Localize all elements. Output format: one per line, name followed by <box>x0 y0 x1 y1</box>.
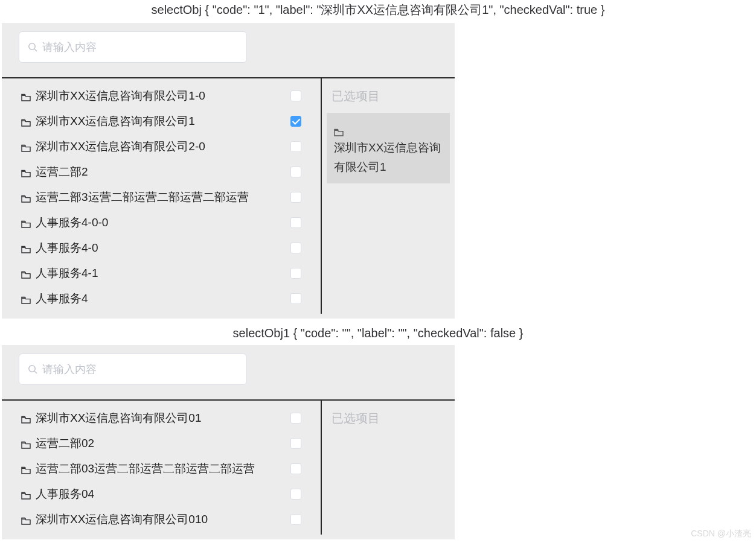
folder-icon <box>21 490 31 498</box>
selected-panel: 已选项目 <box>322 401 455 535</box>
checkbox[interactable] <box>290 413 301 424</box>
folder-icon <box>21 515 31 524</box>
search-icon <box>28 364 37 374</box>
folder-icon <box>21 465 31 473</box>
svg-point-2 <box>29 366 35 372</box>
folder-icon <box>21 117 31 125</box>
tree-item[interactable]: 人事服务4-1 <box>2 261 321 286</box>
tree-item[interactable]: 人事服务4-0-0 <box>2 210 321 235</box>
tree-item[interactable]: 深圳市XX运信息咨询有限公司1-0 <box>2 83 321 109</box>
tree-item-label: 运营二部3运营二部运营二部运营二部运营 <box>36 189 286 205</box>
tree-item-label: 人事服务4-0 <box>36 240 286 256</box>
tree-item-label: 人事服务4-0-0 <box>36 215 286 230</box>
tree-item-label: 运营二部02 <box>36 436 286 451</box>
checkbox[interactable] <box>290 141 301 152</box>
selected-tag[interactable]: 深圳市XX运信息咨询有限公司1 <box>327 113 450 183</box>
select-panel-1: 深圳市XX运信息咨询有限公司1-0深圳市XX运信息咨询有限公司1深圳市XX运信息… <box>2 23 455 319</box>
folder-icon <box>21 294 31 303</box>
selected-header: 已选项目 <box>322 407 455 435</box>
tree-item-label: 深圳市XX运信息咨询有限公司2-0 <box>36 139 286 154</box>
tree-list: 深圳市XX运信息咨询有限公司1-0深圳市XX运信息咨询有限公司1深圳市XX运信息… <box>2 78 322 314</box>
checkbox[interactable] <box>290 438 301 449</box>
selected-header: 已选项目 <box>322 84 455 113</box>
checkbox[interactable] <box>290 489 301 500</box>
checkbox[interactable] <box>290 514 301 525</box>
folder-icon <box>21 218 31 227</box>
folder-icon <box>21 244 31 252</box>
search-input[interactable] <box>42 41 238 54</box>
checkbox[interactable] <box>290 167 301 177</box>
debug-output-2: selectObj1 { "code": "", "label": "", "c… <box>0 325 756 344</box>
select-panel-2: 深圳市XX运信息咨询有限公司01运营二部02运营二部03运营二部运营二部运营二部… <box>2 345 455 539</box>
tree-item-label: 运营二部03运营二部运营二部运营二部运营 <box>36 461 286 477</box>
folder-icon <box>21 414 31 422</box>
checkbox[interactable] <box>290 116 301 127</box>
tree-item[interactable]: 深圳市XX运信息咨询有限公司010 <box>2 507 321 532</box>
tree-item-label: 深圳市XX运信息咨询有限公司1-0 <box>36 88 286 104</box>
checkbox[interactable] <box>290 463 301 474</box>
tree-item[interactable]: 深圳市XX运信息咨询有限公司2-0 <box>2 134 321 159</box>
tree-item[interactable]: 人事服务04 <box>2 481 321 507</box>
folder-icon <box>21 193 31 202</box>
checkbox[interactable] <box>290 293 301 304</box>
tree-item-label: 深圳市XX运信息咨询有限公司010 <box>36 512 286 527</box>
folder-icon <box>21 269 31 278</box>
checkbox[interactable] <box>290 91 301 101</box>
tree-item[interactable]: 运营二部02 <box>2 431 321 456</box>
search-input[interactable] <box>42 363 238 376</box>
watermark: CSDN @小渣亮 <box>691 529 751 539</box>
search-icon <box>28 42 37 52</box>
tree-item[interactable]: 人事服务4 <box>2 286 321 311</box>
tree-item[interactable]: 深圳市XX运信息咨询有限公司01 <box>2 405 321 431</box>
selected-panel: 已选项目 深圳市XX运信息咨询有限公司1 <box>322 78 455 314</box>
checkbox[interactable] <box>290 217 301 228</box>
folder-icon <box>21 92 31 100</box>
search-input-wrap[interactable] <box>19 31 247 63</box>
tree-item-label: 运营二部2 <box>36 164 286 180</box>
checkbox[interactable] <box>290 192 301 203</box>
debug-output-1: selectObj { "code": "1", "label": "深圳市XX… <box>0 0 756 22</box>
checkbox[interactable] <box>290 243 301 253</box>
folder-icon <box>21 142 31 151</box>
folder-icon <box>21 168 31 176</box>
svg-line-1 <box>34 49 37 51</box>
tree-item-label: 人事服务04 <box>36 486 286 502</box>
svg-point-0 <box>29 43 35 49</box>
tree-item[interactable]: 深圳市XX运信息咨询有限公司1 <box>2 109 321 134</box>
selected-tag-label: 深圳市XX运信息咨询有限公司1 <box>334 138 444 177</box>
tree-item-label: 深圳市XX运信息咨询有限公司01 <box>36 410 286 426</box>
tree-item[interactable]: 运营二部2 <box>2 159 321 185</box>
tree-list: 深圳市XX运信息咨询有限公司01运营二部02运营二部03运营二部运营二部运营二部… <box>2 401 322 535</box>
tree-item-label: 人事服务4 <box>36 291 286 306</box>
folder-icon <box>21 439 31 448</box>
checkbox[interactable] <box>290 268 301 279</box>
tree-item[interactable]: 运营二部3运营二部运营二部运营二部运营 <box>2 185 321 210</box>
tree-item[interactable]: 人事服务4-0 <box>2 235 321 261</box>
tree-item-label: 深圳市XX运信息咨询有限公司1 <box>36 113 286 129</box>
tree-item-label: 人事服务4-1 <box>36 265 286 281</box>
svg-line-3 <box>34 371 37 373</box>
search-input-wrap[interactable] <box>19 354 247 385</box>
folder-icon <box>334 124 344 132</box>
tree-item[interactable]: 运营二部03运营二部运营二部运营二部运营 <box>2 456 321 481</box>
